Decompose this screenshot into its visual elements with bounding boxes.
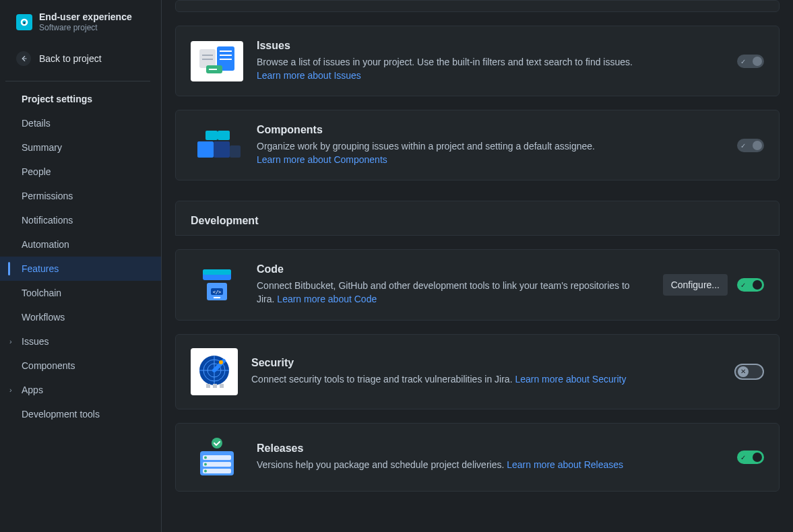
check-icon: ✓	[740, 453, 746, 461]
toggle-issues[interactable]: ✓	[737, 55, 764, 68]
sidebar-item-permissions[interactable]: Permissions	[0, 184, 161, 208]
learn-more-link[interactable]: Learn more about Releases	[507, 459, 623, 470]
feature-desc: Browse a list of issues in your project.…	[257, 56, 724, 82]
back-to-project-link[interactable]: Back to project	[0, 42, 161, 75]
sidebar-item-workflows[interactable]: Workflows	[0, 305, 161, 329]
sidebar-item-automation[interactable]: Automation	[0, 232, 161, 257]
x-icon: ✕	[740, 368, 746, 375]
svg-text:</>: </>	[213, 290, 222, 295]
sidebar-item-toolchain[interactable]: Toolchain	[0, 281, 161, 305]
svg-point-37	[204, 469, 207, 472]
svg-rect-16	[230, 145, 241, 158]
learn-more-link[interactable]: Learn more about Security	[515, 374, 626, 385]
project-title: End-user experience	[39, 11, 132, 23]
feature-desc: Connect Bitbucket, GitHub and other deve…	[257, 279, 649, 306]
check-icon: ✓	[740, 281, 746, 288]
svg-point-2	[24, 22, 26, 24]
components-icon	[191, 125, 243, 166]
project-avatar-icon	[16, 14, 32, 30]
feature-card-releases: Releases Versions help you package and s…	[175, 423, 780, 492]
feature-card-issues: Issues Browse a list of issues in your p…	[175, 26, 780, 96]
svg-rect-29	[220, 384, 224, 388]
svg-rect-4	[202, 55, 213, 56]
svg-rect-5	[202, 59, 213, 60]
svg-rect-15	[214, 141, 230, 158]
feature-title: Code	[257, 263, 649, 275]
feature-desc: Versions help you package and schedule p…	[257, 459, 724, 472]
feature-title: Releases	[257, 442, 724, 455]
feature-title: Issues	[257, 40, 724, 52]
chevron-right-icon: ›	[9, 337, 12, 345]
issues-icon	[191, 41, 243, 81]
svg-rect-14	[197, 141, 214, 158]
toggle-security[interactable]: ✕	[734, 364, 764, 380]
sidebar-item-apps[interactable]: › Apps	[0, 378, 161, 402]
sidebar-separator	[5, 81, 150, 81]
svg-point-30	[212, 438, 222, 448]
toggle-releases[interactable]: ✓	[737, 451, 764, 464]
sidebar-item-details[interactable]: Details	[0, 111, 161, 135]
code-icon: </>	[191, 265, 243, 305]
sidebar-item-development-tools[interactable]: Development tools	[0, 402, 161, 426]
feature-desc: Connect security tools to triage and tra…	[251, 373, 721, 387]
security-icon	[191, 348, 238, 395]
sidebar-item-features[interactable]: Features	[0, 257, 161, 281]
sidebar: End-user experience Software project Bac…	[0, 0, 162, 532]
feature-card-security: Security Connect security tools to triag…	[175, 334, 780, 409]
check-icon: ✓	[740, 141, 746, 149]
svg-rect-9	[220, 59, 232, 60]
svg-rect-33	[203, 462, 231, 467]
svg-rect-22	[214, 297, 220, 298]
main-content: Issues Browse a list of issues in your p…	[162, 0, 793, 532]
sidebar-item-notifications[interactable]: Notifications	[0, 208, 161, 232]
project-subtitle: Software project	[39, 23, 132, 34]
sidebar-item-components[interactable]: Components	[0, 354, 161, 378]
sidebar-item-summary[interactable]: Summary	[0, 135, 161, 160]
development-section-heading: Development	[175, 201, 780, 236]
svg-point-35	[204, 456, 207, 459]
releases-icon	[191, 437, 243, 477]
svg-rect-34	[203, 469, 231, 473]
feature-card-components: Components Organize work by grouping iss…	[175, 110, 780, 180]
check-icon: ✓	[740, 57, 746, 65]
sidebar-item-issues[interactable]: › Issues	[0, 329, 161, 354]
svg-rect-27	[206, 384, 210, 388]
svg-rect-18	[203, 269, 231, 275]
card-top-strip	[175, 0, 780, 12]
svg-point-26	[219, 360, 223, 364]
configure-button[interactable]: Configure...	[663, 274, 728, 296]
svg-rect-13	[218, 131, 230, 140]
svg-rect-8	[220, 55, 232, 56]
toggle-code[interactable]: ✓	[737, 278, 764, 292]
learn-more-link[interactable]: Learn more about Code	[277, 294, 377, 304]
svg-rect-7	[220, 51, 232, 52]
sidebar-item-people[interactable]: People	[0, 160, 161, 184]
feature-title: Security	[251, 357, 721, 369]
sidebar-heading: Project settings	[0, 87, 161, 111]
arrow-left-icon	[16, 51, 31, 66]
project-header: End-user experience Software project	[0, 5, 161, 42]
toggle-components[interactable]: ✓	[737, 139, 764, 152]
back-label: Back to project	[39, 53, 102, 64]
svg-rect-32	[203, 455, 231, 460]
learn-more-link[interactable]: Learn more about Issues	[257, 70, 361, 81]
feature-desc: Organize work by grouping issues within …	[257, 140, 724, 166]
feature-card-code: </> Code Connect Bitbucket, GitHub and o…	[175, 249, 780, 320]
svg-point-36	[204, 463, 207, 465]
chevron-right-icon: ›	[9, 386, 12, 394]
svg-rect-11	[209, 69, 217, 70]
svg-rect-12	[205, 131, 218, 140]
svg-rect-28	[213, 384, 217, 388]
learn-more-link[interactable]: Learn more about Components	[257, 154, 387, 165]
feature-title: Components	[257, 124, 724, 136]
